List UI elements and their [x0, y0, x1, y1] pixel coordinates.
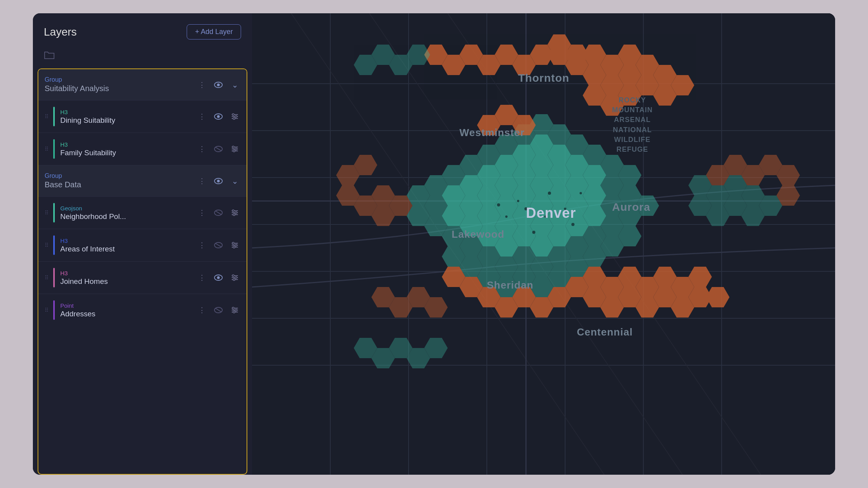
dots-icon: ⋮: [198, 241, 205, 249]
layer-neighborhood-item: ⠿ Geojson Neighborhood Pol... ⋮: [38, 196, 247, 229]
dining-visibility-button[interactable]: [213, 111, 224, 122]
group-suitability-type: Group: [45, 76, 193, 83]
group-suitability-dots-button[interactable]: ⋮: [196, 79, 207, 90]
addresses-name: Addresses: [60, 310, 193, 318]
svg-point-5: [232, 114, 234, 116]
neighborhood-settings-button[interactable]: [229, 207, 240, 218]
eye-closed-icon: [214, 210, 223, 216]
family-dots-button[interactable]: ⋮: [196, 144, 207, 154]
group-base-content: Group Base Data: [45, 172, 193, 189]
addresses-actions: ⋮: [196, 305, 240, 316]
homes-actions: ⋮: [196, 272, 240, 283]
eye-open-icon: [214, 274, 223, 281]
layer-groups-container: Group Suitability Analysis ⋮ ⌄: [38, 68, 247, 475]
neighborhood-visibility-button[interactable]: [213, 207, 224, 218]
layer-areas-item: ⠿ H3 Areas of Interest ⋮: [38, 229, 247, 261]
group-suitability-content: Group Suitability Analysis: [45, 76, 193, 93]
areas-dots-button[interactable]: ⋮: [196, 240, 207, 251]
sliders-icon: [231, 113, 239, 120]
layer-homes-item: ⠿ H3 Joined Homes ⋮: [38, 261, 247, 294]
group-base-actions: ⋮ ⌄: [196, 176, 240, 187]
eye-closed-icon: [214, 307, 223, 313]
svg-point-206: [564, 208, 566, 210]
homes-color-bar: [53, 268, 55, 287]
sidebar: Layers + Add Layer Group Suitability Ana…: [33, 13, 252, 475]
dots-icon: ⋮: [198, 208, 205, 217]
drag-handle: ⠿: [45, 146, 49, 152]
addresses-dots-button[interactable]: ⋮: [196, 305, 207, 316]
map-svg: [252, 13, 835, 475]
dots-icon: ⋮: [198, 273, 205, 282]
group-base-header: Group Base Data ⋮ ⌄: [38, 165, 247, 196]
group-base-collapse-button[interactable]: ⌄: [229, 176, 240, 187]
svg-line-29: [215, 243, 222, 247]
areas-visibility-button[interactable]: [213, 240, 224, 251]
sliders-icon: [231, 274, 239, 281]
family-visibility-button[interactable]: [213, 144, 224, 154]
layer-addresses-item: ⠿ Point Addresses ⋮: [38, 294, 247, 326]
layer-family-item: ⠿ H3 Family Suitability ⋮: [38, 133, 247, 165]
svg-point-209: [497, 203, 500, 206]
dots-icon: ⋮: [198, 145, 205, 153]
svg-line-21: [215, 211, 222, 215]
drag-handle: ⠿: [45, 274, 49, 281]
sidebar-title: Layers: [44, 26, 77, 38]
sliders-icon: [231, 242, 239, 249]
dining-dots-button[interactable]: ⋮: [196, 111, 207, 122]
svg-point-19: [217, 179, 220, 182]
group-base-type: Group: [45, 172, 193, 179]
addresses-settings-button[interactable]: [229, 305, 240, 316]
svg-point-201: [524, 207, 528, 210]
layer-dining-item: ⠿ H3 Dining Suitability ⋮: [38, 100, 247, 133]
svg-point-25: [235, 212, 237, 214]
add-layer-button[interactable]: + Add Layer: [187, 24, 241, 39]
areas-content: H3 Areas of Interest: [60, 237, 193, 253]
svg-point-27: [233, 214, 235, 216]
svg-point-43: [233, 279, 235, 281]
eye-closed-icon: [214, 146, 223, 152]
dining-color-bar: [53, 107, 55, 126]
homes-name: Joined Homes: [60, 277, 193, 286]
dots-icon: ⋮: [198, 81, 205, 89]
homes-visibility-button[interactable]: [213, 272, 224, 283]
drag-handle: ⠿: [45, 307, 49, 313]
family-settings-button[interactable]: [229, 144, 240, 154]
addresses-visibility-button[interactable]: [213, 305, 224, 316]
drag-handle: ⠿: [45, 242, 49, 248]
group-suitability-visibility-button[interactable]: [213, 79, 224, 90]
group-base-dots-button[interactable]: ⋮: [196, 176, 207, 187]
drag-handle: ⠿: [45, 113, 49, 120]
eye-open-icon: [214, 178, 223, 184]
svg-line-11: [215, 147, 222, 151]
folder-icon: [44, 51, 55, 62]
homes-dots-button[interactable]: ⋮: [196, 272, 207, 283]
svg-point-39: [232, 275, 234, 277]
neighborhood-dots-button[interactable]: ⋮: [196, 207, 207, 218]
chevron-down-icon: ⌄: [232, 176, 238, 186]
dots-icon: ⋮: [198, 177, 205, 185]
homes-settings-button[interactable]: [229, 272, 240, 283]
areas-color-bar: [53, 235, 55, 255]
dining-actions: ⋮: [196, 111, 240, 122]
dots-icon: ⋮: [198, 306, 205, 314]
areas-settings-button[interactable]: [229, 240, 240, 251]
dots-icon: ⋮: [198, 112, 205, 121]
group-suitability-actions: ⋮ ⌄: [196, 79, 240, 90]
app-container: Layers + Add Layer Group Suitability Ana…: [33, 13, 835, 475]
areas-name: Areas of Interest: [60, 245, 193, 253]
sliders-icon: [231, 145, 239, 152]
svg-point-17: [233, 150, 235, 152]
group-base-visibility-button[interactable]: [213, 176, 224, 187]
svg-point-23: [232, 210, 234, 212]
dining-settings-button[interactable]: [229, 111, 240, 122]
sidebar-header: Layers + Add Layer: [33, 24, 252, 47]
dining-name: Dining Suitability: [60, 116, 193, 125]
neighborhood-name: Neighborhood Pol...: [60, 212, 193, 221]
neighborhood-actions: ⋮: [196, 207, 240, 218]
map-area[interactable]: Denver Thornton Westminster Aurora Lakew…: [252, 13, 835, 475]
addresses-type-label: Point: [60, 302, 193, 309]
svg-point-3: [217, 115, 220, 118]
neighborhood-type-label: Geojson: [60, 205, 193, 212]
group-suitability-collapse-button[interactable]: ⌄: [229, 79, 240, 90]
family-actions: ⋮: [196, 144, 240, 154]
